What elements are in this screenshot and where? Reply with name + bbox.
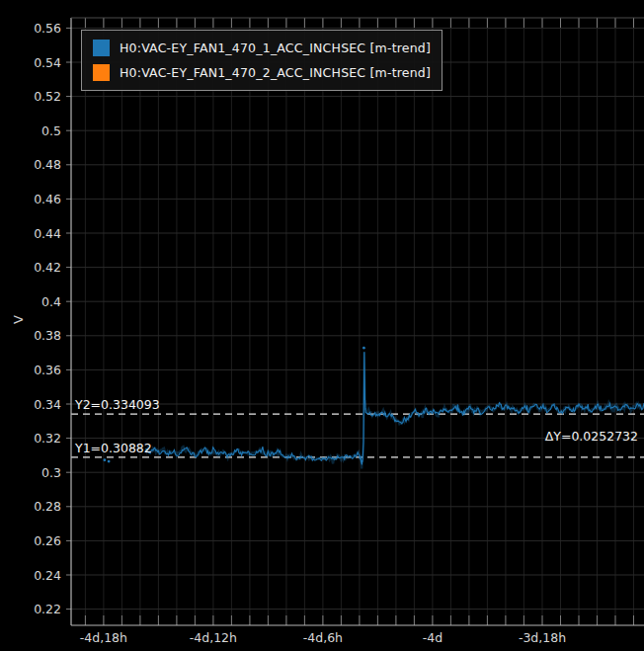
y-tick-label: 0.22 — [34, 602, 61, 616]
data-point — [104, 458, 107, 461]
legend-swatch-icon — [93, 40, 110, 56]
data-point — [362, 347, 365, 350]
x-tick-label: -4d,6h — [303, 630, 343, 645]
cursor-y1-label: Y1=0.30882 — [75, 441, 152, 455]
y-tick-label: 0.3 — [41, 465, 61, 480]
data-point — [108, 460, 111, 463]
x-tick-label: -4d,18h — [80, 630, 127, 645]
y-tick-label: 0.44 — [34, 226, 61, 241]
y-tick-label: 0.42 — [34, 260, 61, 275]
y-tick-label: 0.32 — [34, 431, 61, 446]
cursor-y2-label: Y2=0.334093 — [75, 397, 160, 412]
y-tick-label: 0.38 — [34, 328, 61, 343]
cursor-delta-label: ΔY=0.0252732 — [545, 429, 638, 444]
plot-area[interactable]: 0.560.540.520.50.480.460.440.420.40.380.… — [0, 0, 644, 651]
legend-swatch-icon — [93, 64, 110, 81]
y-tick-label: 0.52 — [34, 89, 61, 104]
legend-entry-label: H0:VAC-EY_FAN1_470_2_ACC_INCHSEC [m-tren… — [120, 65, 431, 80]
x-tick-label: -4d — [423, 630, 443, 645]
y-tick-label: 0.26 — [34, 533, 61, 548]
y-tick-label: 0.34 — [34, 397, 61, 412]
legend[interactable]: H0:VAC-EY_FAN1_470_1_ACC_INCHSEC [m-tren… — [81, 30, 443, 91]
y-tick-label: 0.54 — [34, 55, 61, 70]
y-axis-title: V — [11, 315, 26, 324]
y-tick-label: 0.4 — [41, 294, 61, 309]
legend-entry[interactable]: H0:VAC-EY_FAN1_470_1_ACC_INCHSEC [m-tren… — [93, 40, 431, 56]
trend-chart-window: 0.560.540.520.50.480.460.440.420.40.380.… — [0, 0, 644, 651]
legend-entry[interactable]: H0:VAC-EY_FAN1_470_2_ACC_INCHSEC [m-tren… — [93, 64, 431, 81]
legend-entry-label: H0:VAC-EY_FAN1_470_1_ACC_INCHSEC [m-tren… — [120, 41, 431, 55]
x-tick-label: -3d,18h — [519, 630, 566, 645]
data-trace — [146, 352, 644, 464]
y-tick-label: 0.56 — [34, 21, 61, 36]
y-tick-label: 0.5 — [41, 123, 61, 138]
x-tick-label: -4d,12h — [190, 630, 237, 645]
y-tick-label: 0.28 — [34, 499, 61, 514]
y-tick-label: 0.24 — [34, 568, 61, 583]
y-tick-label: 0.36 — [34, 363, 61, 377]
y-tick-label: 0.48 — [34, 157, 61, 172]
y-tick-label: 0.46 — [34, 192, 61, 206]
